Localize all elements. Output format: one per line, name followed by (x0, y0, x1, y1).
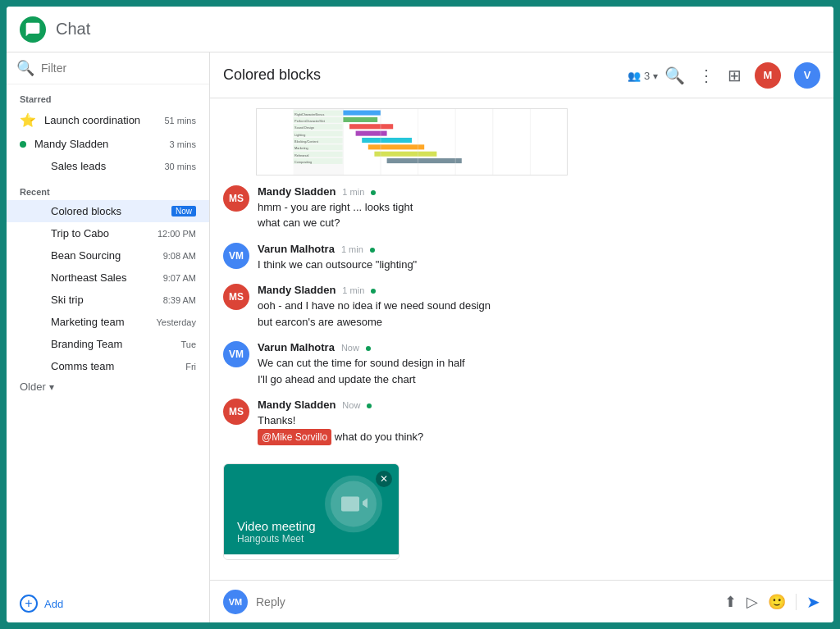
grid-apps-icon[interactable]: ⊞ (728, 66, 742, 85)
starred-label: Starred (7, 84, 209, 107)
sidebar-item-trip-to-cabo[interactable]: Trip to Cabo 12:00 PM (7, 222, 209, 244)
sidebar-item-label: Branding Team (51, 338, 180, 350)
search-icon[interactable]: 🔍 (664, 66, 685, 85)
app-logo (20, 16, 46, 43)
svg-text:Lighting: Lighting (294, 134, 305, 137)
message-time: Now (341, 343, 359, 353)
sender-name: Mandy Sladden (258, 284, 336, 296)
sender-avatar: MS (223, 284, 249, 310)
message-time: 1 min (342, 285, 364, 295)
sidebar-item-label: Comms team (51, 360, 185, 372)
svg-rect-14 (356, 131, 387, 136)
sidebar-item-comms-team[interactable]: Comms team Fri (7, 355, 209, 377)
message-time: 1 min (342, 187, 364, 197)
sender-avatar: VM (223, 341, 249, 367)
video-card-header: ✕ Video meeting Hangouts Meet (224, 464, 399, 554)
message-content: Varun Malhotra Now We can cut the time f… (258, 341, 820, 387)
more-options-icon[interactable]: ⋮ (698, 66, 714, 85)
sidebar-item-colored-blocks[interactable]: Colored blocks Now (7, 200, 209, 222)
mention-chip: @Mike Sorvillo (258, 429, 331, 445)
svg-text:Sound Design: Sound Design (294, 126, 314, 130)
svg-rect-23 (374, 152, 436, 157)
reply-actions: ⬆ ▷ 🙂 ➤ (724, 592, 820, 612)
sidebar-item-marketing-team[interactable]: Marketing team Yesterday (7, 311, 209, 333)
sidebar-item-label: Northeast Sales (51, 271, 163, 284)
item-time: 9:08 AM (163, 251, 196, 261)
sidebar-item-label: Marketing team (51, 316, 156, 328)
svg-text:RightCharacterBonus: RightCharacterBonus (294, 113, 324, 116)
gantt-chart: RightCharacterBonus PerformCharacterSlot… (256, 108, 568, 175)
svg-text:Rehearsal: Rehearsal (294, 154, 308, 157)
sender-name: Varun Malhotra (258, 243, 335, 255)
sidebar-item-label: Trip to Cabo (51, 227, 158, 239)
sender-avatar: MS (223, 399, 249, 425)
messages-area: RightCharacterBonus PerformCharacterSlot… (210, 98, 833, 580)
sidebar-item-label: Bean Sourcing (51, 249, 163, 262)
item-time: Fri (185, 362, 196, 371)
svg-rect-8 (343, 117, 377, 122)
emoji-icon[interactable]: 🙂 (768, 593, 786, 611)
message-text: ooh - and I have no idea if we need soun… (258, 298, 820, 330)
svg-rect-26 (387, 158, 462, 163)
sender-avatar: MS (223, 185, 249, 212)
message-time: 1 min (341, 244, 363, 254)
dropdown-icon[interactable]: ▾ (653, 71, 658, 82)
divider (796, 594, 797, 610)
older-button[interactable]: Older ▾ (7, 377, 209, 399)
video-meeting-card: ✕ Video meeting Hangouts Meet (223, 463, 399, 560)
online-indicator (366, 346, 371, 351)
older-label: Older (20, 381, 46, 393)
sidebar-item-sales-leads[interactable]: Sales leads 30 mins (7, 155, 209, 177)
svg-rect-20 (368, 144, 424, 149)
item-time: Yesterday (156, 317, 196, 327)
video-bg-icon (325, 475, 382, 543)
message-content: Mandy Sladden Now Thanks! @Mike Sorvillo… (258, 399, 820, 445)
user-avatar2[interactable]: V (794, 62, 820, 89)
online-indicator (371, 289, 376, 294)
sidebar-item-ski-trip[interactable]: Ski trip 8:39 AM (7, 289, 209, 311)
sidebar: 🔍 Starred ⭐ Launch coordination 51 mins … (7, 52, 210, 622)
add-button[interactable]: + Add (7, 585, 209, 622)
message-row: MS Mandy Sladden 1 min ooh - and I have … (223, 284, 820, 330)
svg-rect-5 (343, 111, 381, 116)
online-dot (20, 141, 26, 148)
gif-icon[interactable]: ▷ (746, 593, 758, 611)
svg-rect-11 (349, 124, 393, 129)
add-circle-icon: + (20, 595, 38, 613)
header-icons: 🔍 ⋮ ⊞ M V (664, 62, 820, 89)
recent-label: Recent (7, 177, 209, 200)
message-text: We can cut the time for sound design in … (258, 355, 820, 387)
item-time: 3 mins (170, 139, 196, 149)
item-time: Tue (180, 340, 196, 349)
send-button[interactable]: ➤ (806, 592, 820, 612)
now-badge: Now (171, 206, 196, 217)
member-count: 👥 3 ▾ (628, 69, 658, 82)
online-indicator (370, 248, 375, 253)
sidebar-item-launch-coordination[interactable]: ⭐ Launch coordination 51 mins (7, 107, 209, 133)
search-bar: 🔍 (7, 52, 209, 84)
sidebar-item-bean-sourcing[interactable]: Bean Sourcing 9:08 AM (7, 244, 209, 267)
item-time: 30 mins (164, 162, 196, 171)
message-text: Thanks! @Mike Sorvillo what do you think… (258, 412, 820, 445)
sender-avatar: VM (223, 243, 249, 269)
sender-name: Mandy Sladden (258, 399, 336, 411)
message-text: I think we can outsource "lighting" (258, 257, 820, 273)
sidebar-item-branding-team[interactable]: Branding Team Tue (7, 333, 209, 355)
chevron-down-icon: ▾ (49, 381, 54, 393)
upload-icon[interactable]: ⬆ (724, 593, 737, 611)
star-icon: ⭐ (20, 112, 36, 128)
svg-text:Marketing: Marketing (294, 147, 308, 150)
sidebar-item-mandy-sladden[interactable]: Mandy Sladden 3 mins (7, 133, 209, 155)
message-content: Mandy Sladden 1 min ooh - and I have no … (258, 284, 820, 330)
online-indicator (367, 403, 372, 408)
search-input[interactable] (41, 62, 199, 75)
member-icon: 👥 (628, 70, 641, 82)
sidebar-item-northeast-sales[interactable]: Northeast Sales 9:07 AM (7, 267, 209, 289)
message-row: MS Mandy Sladden 1 min hmm - you are rig… (223, 185, 820, 231)
add-label: Add (44, 598, 63, 610)
sidebar-item-label: Ski trip (51, 294, 163, 306)
reply-input[interactable] (256, 595, 716, 608)
app-title: Chat (56, 20, 820, 39)
message-row: VM Varun Malhotra Now We can cut the tim… (223, 341, 820, 387)
user-avatar[interactable]: M (755, 62, 781, 89)
